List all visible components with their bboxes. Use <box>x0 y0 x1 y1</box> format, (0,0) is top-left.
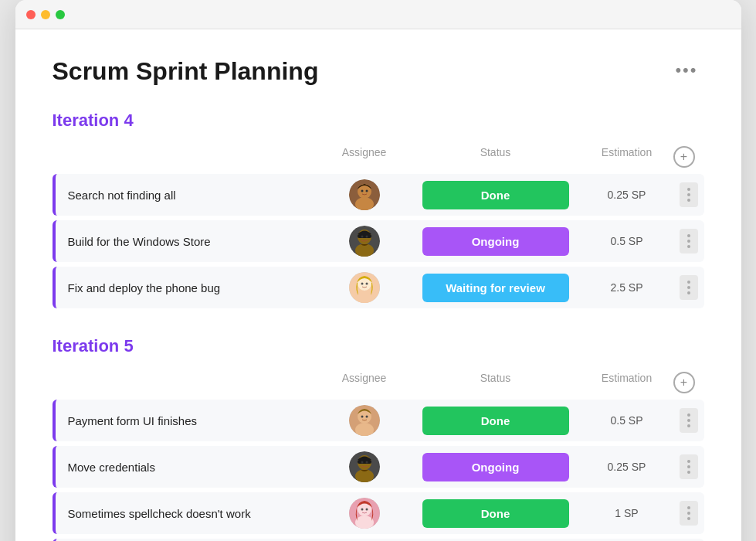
status-badge-iteration-4-1: Ongoing <box>422 227 569 256</box>
task-status-iteration-4-0: Done <box>411 181 581 209</box>
add-task-button-iteration-5[interactable]: + <box>673 372 695 393</box>
task-estimation-iteration-5-0: 0.5 SP <box>581 414 673 427</box>
col-add: + <box>673 372 704 393</box>
task-status-iteration-5-1: Ongoing <box>411 453 581 481</box>
task-status-iteration-4-2: Waiting for review <box>411 274 581 302</box>
svg-point-29 <box>365 461 368 464</box>
col-status: Status <box>411 372 581 393</box>
close-dot <box>26 10 36 19</box>
row-menu-button-iteration-5-2[interactable] <box>680 501 698 526</box>
task-assignee-iteration-4-2 <box>318 272 411 303</box>
row-menu-button-iteration-4-0[interactable] <box>680 182 698 207</box>
svg-point-21 <box>361 416 363 418</box>
minimize-dot <box>41 10 50 19</box>
task-action-iteration-5-0 <box>673 408 704 433</box>
svg-point-28 <box>361 461 363 464</box>
svg-point-34 <box>365 509 368 511</box>
status-badge-iteration-4-2: Waiting for review <box>422 274 569 302</box>
task-name-iteration-4-2: Fix and deploy the phone bug <box>56 270 318 305</box>
svg-point-33 <box>361 509 363 511</box>
task-status-iteration-4-1: Ongoing <box>411 227 581 256</box>
task-action-iteration-4-1 <box>673 229 704 253</box>
row-menu-button-iteration-4-1[interactable] <box>680 229 698 253</box>
avatar-iteration-5-2 <box>349 498 380 529</box>
task-action-iteration-4-0 <box>673 182 704 207</box>
col-estimation: Estimation <box>581 372 673 393</box>
task-row-iteration-4-2: Fix and deploy the phone bug Waiting for… <box>53 267 704 308</box>
task-action-iteration-4-2 <box>673 275 704 300</box>
task-assignee-iteration-5-1 <box>318 451 411 482</box>
status-badge-iteration-5-1: Ongoing <box>422 453 569 481</box>
svg-point-17 <box>365 283 368 285</box>
task-estimation-iteration-5-1: 0.25 SP <box>581 461 673 473</box>
task-row-iteration-4-1: Build for the Windows Store Ongoing 0.5 … <box>53 220 704 262</box>
status-badge-iteration-4-0: Done <box>422 181 569 209</box>
col-name <box>53 372 318 393</box>
maximize-dot <box>56 10 65 19</box>
status-badge-iteration-5-0: Done <box>422 407 569 435</box>
iteration-title-iteration-4: Iteration 4 <box>53 111 134 131</box>
task-estimation-iteration-4-2: 2.5 SP <box>581 281 673 294</box>
svg-rect-10 <box>358 234 371 238</box>
table-header-iteration-5: Assignee Status Estimation + <box>53 369 704 396</box>
section-iteration-5: Iteration 5 Assignee Status Estimation +… <box>53 336 704 541</box>
svg-point-22 <box>365 416 368 418</box>
task-row-iteration-4-0: Search not finding all Done 0.25 SP <box>53 174 704 216</box>
status-badge-iteration-5-2: Done <box>422 499 569 528</box>
task-row-iteration-5-0: Payment form UI finishes Done 0.5 SP <box>53 400 704 441</box>
task-status-iteration-5-0: Done <box>411 407 581 435</box>
task-name-iteration-4-0: Search not finding all <box>56 178 318 213</box>
svg-point-5 <box>365 190 368 192</box>
col-estimation: Estimation <box>581 146 673 168</box>
col-assignee: Assignee <box>318 372 411 393</box>
iteration-title-iteration-5: Iteration 5 <box>53 336 134 356</box>
col-add: + <box>673 146 704 168</box>
avatar-iteration-4-2 <box>349 272 380 303</box>
task-assignee-iteration-4-0 <box>318 179 411 210</box>
add-task-button-iteration-4[interactable]: + <box>673 146 695 168</box>
avatar-iteration-5-1 <box>349 451 380 482</box>
task-name-iteration-5-2: Sometimes spellcheck doesn't work <box>56 496 318 531</box>
task-name-iteration-5-1: Move credentials <box>56 450 318 485</box>
task-action-iteration-5-2 <box>673 501 704 526</box>
col-status: Status <box>411 146 581 168</box>
avatar-iteration-5-0 <box>349 405 380 436</box>
row-menu-button-iteration-5-0[interactable] <box>680 408 698 433</box>
app-window: Scrum Sprint Planning ••• Iteration 4 As… <box>15 0 741 541</box>
iterations-container: Iteration 4 Assignee Status Estimation +… <box>53 111 704 541</box>
titlebar <box>15 0 741 29</box>
task-estimation-iteration-4-1: 0.5 SP <box>581 235 673 247</box>
task-assignee-iteration-5-2 <box>318 498 411 529</box>
row-menu-button-iteration-4-2[interactable] <box>680 275 698 300</box>
task-name-iteration-5-0: Payment form UI finishes <box>56 403 318 438</box>
svg-point-12 <box>365 236 368 238</box>
page-header: Scrum Sprint Planning ••• <box>53 57 704 86</box>
task-action-iteration-5-1 <box>673 454 704 479</box>
more-menu-button[interactable]: ••• <box>669 57 703 83</box>
task-status-iteration-5-2: Done <box>411 499 581 528</box>
col-assignee: Assignee <box>318 146 411 168</box>
svg-point-11 <box>361 236 363 238</box>
avatar-iteration-4-0 <box>349 179 380 210</box>
task-estimation-iteration-5-2: 1 SP <box>581 507 673 519</box>
table-header-iteration-4: Assignee Status Estimation + <box>53 143 704 171</box>
task-row-iteration-5-2: Sometimes spellcheck doesn't work Done 1… <box>53 492 704 534</box>
section-iteration-4: Iteration 4 Assignee Status Estimation +… <box>53 111 704 308</box>
task-row-iteration-5-1: Move credentials Ongoing 0.25 SP <box>53 446 704 488</box>
svg-point-4 <box>361 190 363 192</box>
row-menu-button-iteration-5-1[interactable] <box>680 454 698 479</box>
section-header-iteration-4: Iteration 4 <box>53 111 704 131</box>
avatar-iteration-4-1 <box>349 226 380 257</box>
task-estimation-iteration-4-0: 0.25 SP <box>581 189 673 201</box>
task-assignee-iteration-4-1 <box>318 226 411 257</box>
task-assignee-iteration-5-0 <box>318 405 411 436</box>
task-name-iteration-4-1: Build for the Windows Store <box>56 224 318 259</box>
col-name <box>53 146 318 168</box>
page-title: Scrum Sprint Planning <box>53 57 319 86</box>
svg-rect-27 <box>358 460 371 464</box>
section-header-iteration-5: Iteration 5 <box>53 336 704 356</box>
svg-point-16 <box>361 283 363 285</box>
main-content: Scrum Sprint Planning ••• Iteration 4 As… <box>15 29 741 541</box>
